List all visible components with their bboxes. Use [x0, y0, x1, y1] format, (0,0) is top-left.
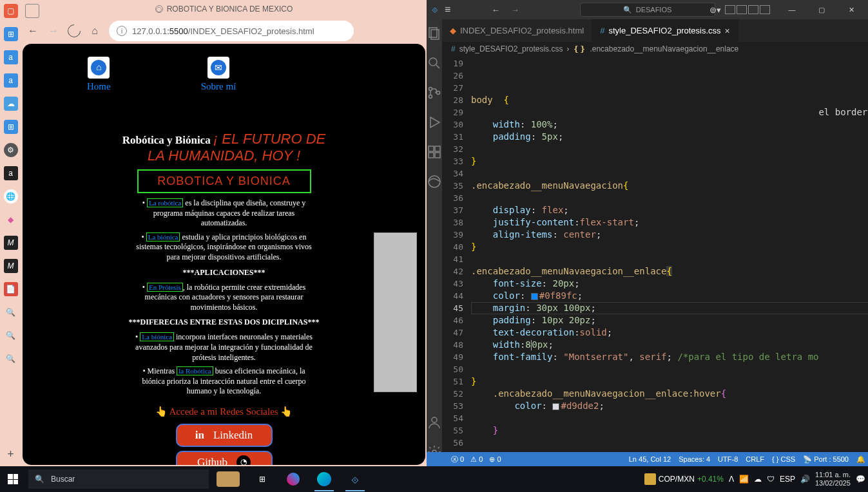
source-control-icon[interactable] [427, 85, 442, 100]
pdf-icon[interactable]: 📄 [4, 282, 18, 296]
app-icon-a2[interactable]: a [4, 73, 18, 88]
command-center[interactable]: 🔍 DESAFIOS [580, 3, 715, 17]
app-icon-a1[interactable]: a [4, 50, 18, 64]
search-activity-icon[interactable] [427, 55, 442, 71]
code-line[interactable] [471, 167, 868, 180]
code-line[interactable] [471, 192, 868, 204]
app-icon-ms2[interactable]: ⊞ [4, 120, 18, 134]
live-server-port[interactable]: 📡 Port : 5500 [803, 455, 849, 464]
errors-icon[interactable]: ⓧ 0 [451, 455, 464, 464]
account-icon[interactable] [427, 415, 442, 430]
search-sidebar-icon-2[interactable]: 🔍 [4, 328, 18, 343]
refresh-button[interactable] [68, 24, 81, 37]
code-line[interactable] [471, 412, 868, 424]
app-icon-ms[interactable]: ⊞ [4, 27, 18, 41]
address-bar[interactable]: i 127.0.0.1:5500/INDEX_DESAFIO2_protesis… [109, 21, 354, 41]
github-button[interactable]: Github ◔ [176, 451, 273, 465]
add-app-icon[interactable]: + [7, 448, 14, 461]
search-sidebar-icon-3[interactable]: 🔍 [4, 352, 18, 366]
linkedin-button[interactable]: in Linkedin [176, 424, 273, 447]
code-line[interactable]: width: 100%; [471, 118, 868, 131]
layout-icon-1[interactable] [725, 5, 735, 14]
code-line[interactable]: width:80px; [471, 339, 868, 351]
indentation[interactable]: Spaces: 4 [679, 455, 710, 463]
figma-icon[interactable]: ◆ [4, 213, 18, 227]
ports-icon[interactable]: ⊕ 0 [489, 455, 501, 464]
task-view-icon[interactable]: ⊞ [250, 467, 275, 491]
onedrive-icon[interactable]: ☁ [4, 97, 18, 111]
extensions-icon[interactable] [427, 144, 442, 160]
code-line[interactable]: .encabezado__menuNavaegacion__enlace{ [471, 265, 868, 278]
code-line[interactable]: } [471, 155, 868, 167]
browser-tab-title[interactable]: ROBOTICA Y BIONICA DE MEXICO [167, 5, 293, 14]
workspace-icon[interactable] [25, 4, 39, 18]
minimize-button[interactable]: — [779, 1, 805, 19]
menu-icon[interactable]: ≡ [445, 4, 450, 15]
edge-tools-icon[interactable] [427, 174, 442, 189]
code-line[interactable]: padding: 5px; [471, 131, 868, 143]
vscode-forward-button[interactable]: → [508, 3, 521, 16]
lang-mode[interactable]: { } CSS [772, 455, 795, 463]
close-button[interactable]: ✕ [838, 1, 864, 19]
layout-icon-3[interactable] [748, 5, 758, 14]
app-icon-m2[interactable]: M [4, 259, 18, 273]
code-line[interactable]: font-family: "Montserrat", serif; /*para… [471, 351, 868, 363]
code-line[interactable]: } [471, 375, 868, 388]
layout-icon-4[interactable] [760, 5, 770, 14]
code-line[interactable] [471, 437, 868, 449]
tray-chevron-icon[interactable]: ᐱ [729, 475, 734, 484]
code-line[interactable]: el border, evitando que se salg [471, 106, 868, 118]
vscode-back-button[interactable]: ← [489, 3, 502, 16]
code-line[interactable]: .encabezado__menuNavaegacion__enlace:hov… [471, 388, 868, 400]
menu-about[interactable]: ✉ Sobre mí [201, 57, 236, 92]
code-line[interactable]: align-items: center; [471, 229, 868, 241]
notifications-icon[interactable]: 🔔 [856, 455, 865, 464]
layout-icon-2[interactable] [737, 5, 747, 14]
defender-icon[interactable]: 🛡 [767, 475, 775, 484]
run-debug-icon[interactable] [427, 115, 442, 130]
code-line[interactable]: .encabezado__menuNavaegacion{ [471, 180, 868, 192]
breadcrumbs[interactable]: # style_DESAFIO2_protesis.css › ❴❵ .enca… [442, 42, 868, 56]
start-button[interactable] [0, 474, 26, 484]
code-line[interactable]: color: #d9dde2; [471, 400, 868, 412]
language-icon[interactable]: ESP [780, 475, 795, 484]
globe-icon[interactable]: 🌐 [4, 189, 18, 203]
encoding[interactable]: UTF-8 [718, 455, 738, 463]
currency-widget[interactable]: COP/MXN +0.41% [644, 473, 724, 485]
menu-home[interactable]: ⌂ Home [87, 57, 111, 92]
code-line[interactable]: text-decoration:solid; [471, 326, 868, 339]
back-button[interactable]: ← [26, 24, 39, 37]
code-line[interactable]: body { [471, 94, 868, 106]
app-icon-a3[interactable]: a [4, 166, 18, 180]
app-icon-m1[interactable]: M [4, 236, 18, 250]
volume-icon[interactable]: 🔊 [800, 475, 810, 484]
code-line[interactable] [471, 253, 868, 265]
search-sidebar-icon[interactable]: 🔍 [4, 305, 18, 319]
app-icon-gear[interactable]: ⚙ [4, 143, 18, 157]
site-info-icon[interactable]: i [117, 26, 127, 36]
explorer-icon[interactable] [427, 26, 442, 41]
clock[interactable]: 11:01 a. m. 13/02/2025 [815, 471, 851, 487]
code-line[interactable]: font-size: 20px; [471, 278, 868, 290]
copilot-icon[interactable]: ⊚▾ [709, 5, 721, 15]
tab-css[interactable]: # style_DESAFIO2_protesis.css × [592, 19, 738, 42]
taskbar-search[interactable]: 🔍 Buscar [28, 469, 209, 489]
warnings-icon[interactable]: ⚠ 0 [470, 455, 483, 464]
notifications-tray-icon[interactable]: 💬 [856, 475, 865, 484]
onedrive-tray-icon[interactable]: ☁ [754, 475, 762, 484]
cursor-position[interactable]: Ln 45, Col 12 [629, 455, 671, 463]
copilot-icon[interactable] [281, 467, 305, 491]
code-line[interactable] [471, 363, 868, 375]
edge-icon[interactable] [312, 467, 336, 491]
vscode-taskbar-icon[interactable]: ⟐ [343, 467, 367, 491]
code-editor[interactable]: 1926272829303132333435363738394041424344… [442, 56, 868, 466]
tab-html[interactable]: ◆ INDEX_DESAFIO2_protesis.html [442, 19, 592, 42]
news-widget[interactable] [209, 471, 247, 487]
code-line[interactable]: color: #0f89fc; [471, 290, 868, 302]
code-line[interactable]: } [471, 424, 868, 437]
code-line[interactable]: display: flex; [471, 204, 868, 216]
code-line[interactable] [471, 143, 868, 155]
code-line[interactable]: } [471, 241, 868, 253]
app-icon-1[interactable]: ▢ [4, 4, 18, 18]
code-line[interactable]: padding: 10px 20pz; [471, 314, 868, 326]
